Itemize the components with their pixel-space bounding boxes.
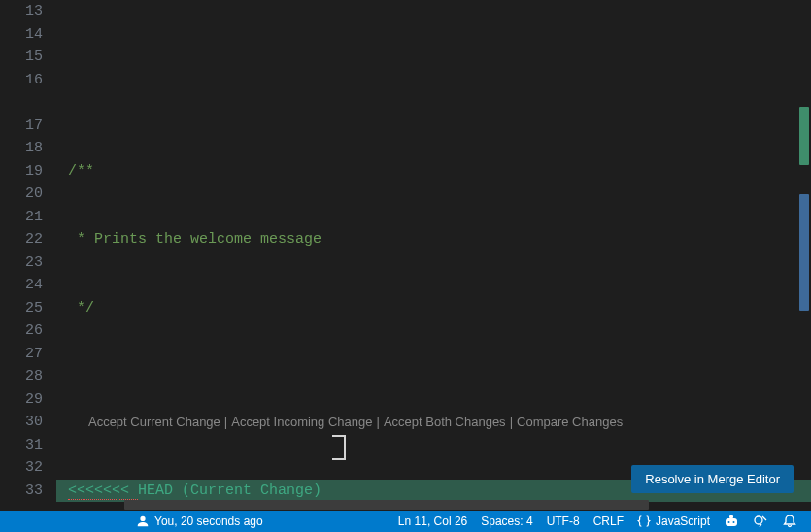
line-number: 14 [0, 23, 43, 47]
line-number: 16 [0, 69, 43, 92]
line-number: 18 [0, 137, 43, 160]
copilot-icon[interactable] [724, 514, 739, 529]
compare-changes-link[interactable]: Compare Changes [517, 415, 623, 429]
overview-incoming-change [799, 194, 809, 311]
accept-incoming-link[interactable]: Accept Incoming Change [231, 415, 372, 429]
bell-icon[interactable] [782, 514, 797, 529]
line-number: 31 [0, 434, 43, 457]
overview-ruler[interactable] [797, 0, 811, 511]
line-number: 28 [0, 365, 43, 388]
code-editor[interactable]: 1314151617181920212223242526272829303132… [0, 0, 811, 511]
accept-current-link[interactable]: Accept Current Change [88, 415, 220, 429]
merge-codelens: Accept Current Change|Accept Incoming Ch… [56, 388, 811, 412]
status-blame[interactable]: You, 20 seconds ago [136, 515, 263, 528]
person-icon [136, 515, 150, 528]
line-number: 13 [0, 0, 43, 23]
line-number: 29 [0, 388, 43, 412]
comment-line: * Prints the welcome message [68, 231, 321, 248]
line-number: 19 [0, 160, 43, 183]
comment-line: */ [68, 300, 94, 316]
status-bar: You, 20 seconds ago Ln 11, Col 26 Spaces… [0, 511, 811, 532]
line-number: 27 [0, 343, 43, 366]
line-number [0, 91, 43, 115]
line-number: 25 [0, 297, 43, 320]
accept-both-link[interactable]: Accept Both Changes [384, 415, 506, 429]
svg-rect-3 [729, 515, 733, 518]
horizontal-scrollbar[interactable] [124, 500, 649, 510]
status-indentation[interactable]: Spaces: 4 [481, 515, 532, 528]
code-area[interactable]: /** * Prints the welcome message */ Acce… [56, 0, 811, 511]
svg-rect-0 [726, 518, 737, 526]
line-number: 21 [0, 206, 43, 229]
status-language[interactable]: JavaScript [637, 515, 710, 528]
comment-line: /** [68, 163, 94, 180]
line-number: 20 [0, 183, 43, 206]
status-cursor-position[interactable]: Ln 11, Col 26 [398, 515, 467, 528]
svg-point-2 [733, 521, 735, 523]
line-number: 17 [0, 115, 43, 138]
resolve-in-merge-editor-button[interactable]: Resolve in Merge Editor [631, 465, 794, 493]
svg-point-4 [755, 516, 762, 524]
line-number: 24 [0, 274, 43, 297]
text-cursor [338, 435, 340, 460]
line-number: 30 [0, 411, 43, 434]
braces-icon [637, 515, 651, 528]
line-number: 33 [0, 480, 43, 503]
line-number: 26 [0, 319, 43, 343]
line-number-gutter: 1314151617181920212223242526272829303132… [0, 0, 56, 511]
svg-point-1 [728, 521, 730, 523]
line-number: 22 [0, 228, 43, 251]
line-number: 15 [0, 46, 43, 69]
status-eol[interactable]: CRLF [593, 515, 624, 528]
overview-current-change [799, 107, 809, 165]
status-encoding[interactable]: UTF-8 [547, 515, 580, 528]
feedback-icon[interactable] [753, 514, 768, 529]
line-number: 23 [0, 251, 43, 275]
line-number: 32 [0, 456, 43, 480]
